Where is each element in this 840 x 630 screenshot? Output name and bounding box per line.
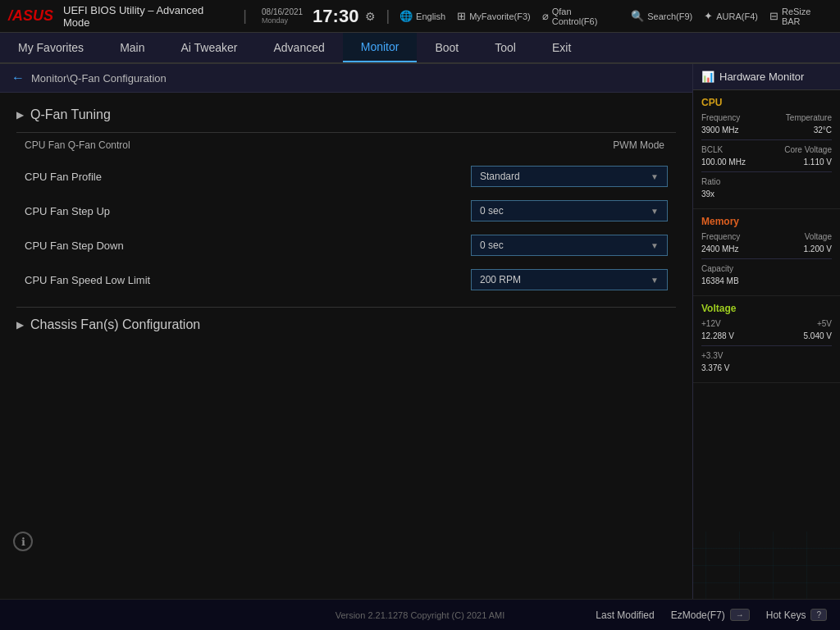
cpu-frequency-value: 3900 MHz: [701, 126, 739, 135]
tool-resizebar[interactable]: ⊟ ReSize BAR: [769, 7, 832, 26]
tool-aura[interactable]: ✦ AURA(F4): [704, 10, 758, 22]
qfan-expand-icon: ▶: [16, 109, 24, 121]
cpu-frequency-row: Frequency Temperature: [701, 113, 832, 122]
cpu-fan-step-up-dropdown[interactable]: 0 sec ▼: [471, 200, 668, 221]
globe-icon: 🌐: [399, 10, 413, 22]
cpu-fan-profile-control[interactable]: Standard ▼: [471, 166, 668, 187]
memory-capacity-value-row: 16384 MB: [701, 276, 832, 285]
voltage-12v-value: 12.288 V: [701, 331, 734, 340]
memory-voltage-value: 1.200 V: [804, 244, 832, 253]
cpu-ratio-label-row: Ratio: [701, 177, 832, 186]
resize-icon: ⊟: [769, 10, 778, 22]
cpu-fan-speed-low-limit-control[interactable]: 200 RPM ▼: [471, 269, 668, 290]
ezmode-button[interactable]: EzMode(F7) →: [671, 609, 750, 621]
cpu-core-voltage-label: Core Voltage: [784, 145, 832, 154]
hotkeys-button[interactable]: Hot Keys ?: [766, 609, 827, 621]
memory-capacity-value: 16384 MB: [701, 276, 739, 285]
qfan-tuning-section[interactable]: ▶ Q-Fan Tuning: [16, 101, 676, 129]
time-display: 17:30: [313, 7, 358, 25]
nav-main[interactable]: Main: [102, 33, 162, 62]
tool-search-label: Search(F9): [647, 11, 692, 21]
memory-voltage-label: Voltage: [805, 232, 832, 241]
dropdown-arrow-icon: ▼: [651, 172, 659, 181]
tool-english[interactable]: 🌐 English: [399, 10, 445, 22]
voltage-33v-value-row: 3.376 V: [701, 363, 832, 372]
date-display: 08/16/2021: [262, 7, 303, 16]
voltage-divider: [701, 345, 832, 346]
tool-qfan-label: Qfan Control(F6): [552, 7, 619, 26]
ezmode-label: EzMode(F7): [671, 609, 725, 621]
cpu-fan-step-up-control[interactable]: 0 sec ▼: [471, 200, 668, 221]
cpu-section-title: CPU: [701, 97, 832, 108]
aura-icon: ✦: [704, 10, 713, 22]
voltage-5v-value: 5.040 V: [804, 331, 832, 340]
left-panel: ← Monitor\Q-Fan Configuration ▶ Q-Fan Tu…: [0, 64, 692, 599]
nav-ai-tweaker[interactable]: Ai Tweaker: [162, 33, 255, 62]
cpu-fan-step-down-row: CPU Fan Step Down 0 sec ▼: [16, 228, 676, 262]
voltage-section: Voltage +12V +5V 12.288 V 5.040 V +3.3V …: [693, 296, 840, 383]
cpu-fan-speed-low-limit-value: 200 RPM: [480, 274, 521, 285]
tool-search[interactable]: 🔍 Search(F9): [631, 10, 692, 22]
settings-icon[interactable]: ⚙: [365, 10, 376, 23]
asus-logo: /ASUS: [8, 7, 53, 25]
memory-section: Memory Frequency Voltage 2400 MHz 1.200 …: [693, 209, 840, 296]
nav-monitor[interactable]: Monitor: [343, 33, 418, 62]
cpu-fan-speed-low-limit-label: CPU Fan Speed Low Limit: [25, 274, 458, 286]
cpu-fan-profile-dropdown[interactable]: Standard ▼: [471, 166, 668, 187]
cpu-fan-step-down-control[interactable]: 0 sec ▼: [471, 235, 668, 256]
nav-tool[interactable]: Tool: [477, 33, 534, 62]
dropdown-arrow-icon-4: ▼: [651, 276, 659, 285]
cpu-fan-profile-label: CPU Fan Profile: [25, 171, 458, 183]
cpu-frequency-value-row: 3900 MHz 32°C: [701, 126, 832, 135]
star-icon: ⊞: [457, 10, 466, 22]
divider-1: [16, 132, 676, 133]
bios-title: UEFI BIOS Utility – Advanced Mode: [63, 4, 233, 29]
tool-myfavorite[interactable]: ⊞ MyFavorite(F3): [457, 10, 531, 22]
memory-frequency-value: 2400 MHz: [701, 244, 739, 253]
voltage-33v-label: +3.3V: [701, 351, 723, 360]
nav-advanced[interactable]: Advanced: [255, 33, 342, 62]
nav-exit[interactable]: Exit: [534, 33, 589, 62]
pwm-mode-label: PWM Mode: [613, 139, 668, 158]
cpu-core-voltage-value: 1.110 V: [804, 158, 832, 167]
memory-freq-label-row: Frequency Voltage: [701, 232, 832, 241]
tool-aura-label: AURA(F4): [716, 11, 758, 21]
tool-resizebar-label: ReSize BAR: [782, 7, 832, 26]
nav-my-favorites[interactable]: My Favorites: [0, 33, 102, 62]
cpu-fan-step-down-value: 0 sec: [480, 240, 504, 251]
nav-boot[interactable]: Boot: [417, 33, 477, 62]
voltage-12v-label-row: +12V +5V: [701, 319, 832, 328]
memory-divider: [701, 258, 832, 259]
hotkeys-icon: ?: [810, 609, 827, 621]
tool-qfan[interactable]: ⌀ Qfan Control(F6): [542, 7, 619, 26]
cpu-temperature-value: 32°C: [814, 126, 832, 135]
cpu-fan-step-down-dropdown[interactable]: 0 sec ▼: [471, 235, 668, 256]
cpu-ratio-label: Ratio: [701, 177, 720, 186]
memory-capacity-label: Capacity: [701, 264, 733, 273]
cpu-bclk-value: 100.00 MHz: [701, 158, 746, 167]
hotkeys-label: Hot Keys: [766, 609, 806, 621]
back-arrow-icon[interactable]: ←: [11, 71, 25, 85]
voltage-5v-label: +5V: [817, 319, 832, 328]
chassis-section[interactable]: ▶ Chassis Fan(s) Configuration: [16, 311, 676, 339]
divider-2: [16, 307, 676, 308]
search-icon: 🔍: [631, 10, 644, 22]
content-body: ▶ Q-Fan Tuning CPU Fan Q-Fan Control PWM…: [0, 93, 692, 347]
cpu-fan-speed-low-limit-dropdown[interactable]: 200 RPM ▼: [471, 269, 668, 290]
cpu-bclk-value-row: 100.00 MHz 1.110 V: [701, 158, 832, 167]
voltage-section-title: Voltage: [701, 303, 832, 314]
cpu-fan-step-up-label: CPU Fan Step Up: [25, 205, 458, 217]
voltage-33v-label-row: +3.3V: [701, 351, 832, 360]
hardware-monitor-panel: 📊 Hardware Monitor CPU Frequency Tempera…: [692, 64, 840, 599]
monitor-icon: 📊: [701, 71, 714, 83]
footer: Version 2.21.1278 Copyright (C) 2021 AMI…: [0, 599, 840, 630]
fan-icon: ⌀: [542, 10, 549, 22]
cpu-ratio-value: 39x: [701, 189, 714, 199]
chassis-label: Chassis Fan(s) Configuration: [30, 317, 200, 332]
voltage-12v-label: +12V: [701, 319, 721, 328]
last-modified-button[interactable]: Last Modified: [596, 609, 654, 621]
info-button[interactable]: ℹ: [13, 532, 33, 551]
cpu-bclk-row: BCLK Core Voltage: [701, 145, 832, 154]
day-display: Monday: [262, 16, 303, 25]
cpu-frequency-label: Frequency: [701, 113, 740, 122]
